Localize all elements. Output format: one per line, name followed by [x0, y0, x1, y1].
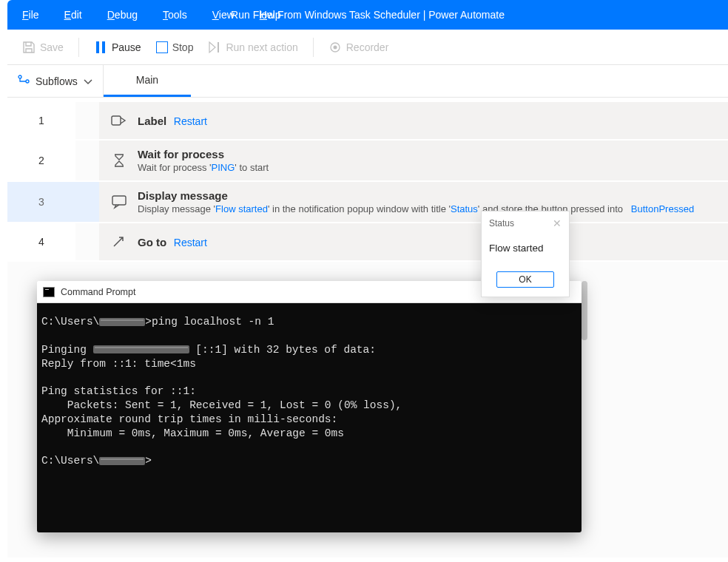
step-number: 4	[7, 223, 75, 260]
subflows-dropdown[interactable]: Subflows	[7, 65, 104, 97]
dialog-message: Flow started	[489, 243, 562, 254]
step-number: 1	[7, 102, 75, 139]
cmd-icon	[43, 287, 55, 297]
step-row-selected[interactable]: 3 Display message Display message 'Flow …	[7, 182, 728, 223]
tab-label: Main	[136, 74, 158, 86]
menu-edit[interactable]: Edit	[64, 9, 82, 21]
recorder-button[interactable]: Recorder	[324, 38, 394, 57]
redacted-text	[99, 457, 145, 465]
stop-label: Stop	[172, 41, 194, 53]
status-dialog: Status ✕ Flow started OK	[481, 211, 570, 297]
svg-point-5	[18, 75, 21, 78]
command-prompt-window: Command Prompt C:\Users\>ping localhost …	[37, 281, 582, 532]
step-subtitle: Wait for process 'PING' to start	[138, 162, 716, 173]
step-title: Go to	[138, 236, 166, 248]
step-link: Restart	[174, 115, 207, 127]
hourglass-icon	[111, 152, 127, 169]
cmd-title: Command Prompt	[61, 287, 135, 297]
label-icon	[111, 112, 127, 129]
cmd-output[interactable]: C:\Users\>ping localhost -n 1 Pinging [:…	[37, 303, 582, 532]
step-title: Wait for process	[138, 148, 716, 160]
menu-file[interactable]: File	[22, 9, 39, 21]
goto-icon	[111, 234, 127, 250]
record-icon	[328, 41, 342, 54]
svg-rect-2	[218, 42, 219, 53]
step-title: Display message	[138, 189, 716, 202]
pause-label: Pause	[112, 41, 141, 53]
divider	[313, 38, 314, 57]
scrollbar[interactable]	[582, 281, 587, 340]
step-row[interactable]: 4 Go to Restart	[7, 223, 728, 262]
stop-button[interactable]: Stop	[152, 38, 198, 56]
divider	[78, 38, 79, 57]
window-title: Run Flow From Windows Task Scheduler | P…	[231, 9, 505, 21]
redacted-text	[93, 345, 189, 353]
step-subtitle: Display message 'Flow started' in the no…	[138, 203, 716, 214]
svg-rect-0	[96, 41, 99, 53]
step-row[interactable]: 2 Wait for process Wait for process 'PIN…	[7, 140, 728, 182]
run-next-label: Run next action	[226, 41, 297, 53]
subflows-label: Subflows	[36, 75, 78, 87]
menu-tools[interactable]: Tools	[163, 9, 187, 21]
subflows-icon	[18, 75, 30, 87]
save-label: Save	[40, 41, 64, 53]
tab-main[interactable]: Main	[104, 65, 191, 97]
step-number: 2	[7, 140, 75, 180]
step-number: 3	[7, 182, 75, 222]
menu-debug[interactable]: Debug	[107, 9, 138, 21]
message-icon	[111, 194, 127, 210]
toolbar: Save Pause Stop Run next action Recorder	[7, 30, 728, 65]
ok-button[interactable]: OK	[496, 271, 554, 288]
pause-icon	[94, 41, 107, 54]
play-next-icon	[208, 41, 221, 54]
run-next-button[interactable]: Run next action	[203, 38, 302, 57]
dialog-title: Status	[489, 218, 514, 228]
pause-button[interactable]: Pause	[90, 38, 146, 57]
svg-point-4	[333, 45, 337, 49]
tabs-row: Subflows Main	[7, 65, 728, 98]
close-icon[interactable]: ✕	[553, 217, 562, 229]
menubar: File Edit Debug Tools View Help Run Flow…	[7, 0, 728, 30]
svg-rect-7	[112, 116, 121, 125]
redacted-text	[99, 318, 145, 326]
step-row[interactable]: 1 Label Restart	[7, 102, 728, 140]
save-button[interactable]: Save	[18, 38, 68, 57]
recorder-label: Recorder	[346, 41, 389, 53]
output-variable: ButtonPressed	[631, 203, 694, 214]
stop-icon	[156, 41, 168, 53]
svg-rect-1	[102, 41, 105, 53]
step-link: Restart	[174, 237, 207, 248]
svg-rect-8	[112, 196, 126, 205]
step-title: Label	[138, 115, 166, 127]
save-icon	[22, 41, 36, 54]
chevron-down-icon	[84, 75, 92, 87]
svg-point-6	[26, 80, 29, 83]
